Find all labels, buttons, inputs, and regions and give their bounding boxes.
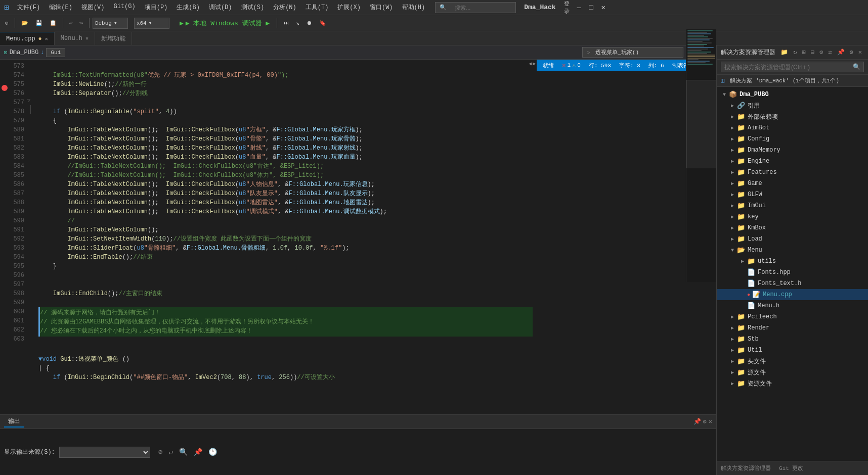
solution-explorer-bottom-label[interactable]: 解决方案资源管理器 [721, 464, 771, 472]
tree-item-game[interactable]: ▶ 📁 Game [717, 178, 868, 189]
tree-item-menu-h[interactable]: 📄 Menu.h [717, 300, 868, 311]
rp-sync-icon[interactable]: ⇄ [826, 48, 834, 57]
tree-item-render[interactable]: ▶ 📁 Render [717, 322, 868, 334]
menu-edit[interactable]: 编辑(E) [45, 2, 76, 13]
tree-item-menu[interactable]: ▼ 📂 Menu [717, 245, 868, 256]
menu-build[interactable]: 生成(B) [172, 2, 204, 13]
debug-config-dropdown[interactable]: Debug ▾ [93, 18, 128, 29]
tab-menu-cpp[interactable]: Menu.cpp ● ✕ [0, 32, 55, 45]
step-into-btn[interactable]: ↘ [293, 19, 302, 27]
menu-file[interactable]: 文件(F) [13, 2, 45, 13]
error-indicator[interactable]: ✕ 1 ⚠ 0 [562, 62, 581, 69]
menu-help[interactable]: 帮助(H) [398, 2, 429, 13]
tree-item-header-files[interactable]: ▶ 📁 头文件 [717, 356, 868, 367]
code-editor[interactable]: ImGui::TextUnformatted(u8"优先 // 玩家 > 0xI… [34, 60, 537, 414]
git-changes-label[interactable]: Git 更改 [779, 464, 803, 472]
login-btn[interactable]: 登录 [562, 3, 572, 13]
step-over-btn[interactable]: ⏭ [280, 19, 292, 27]
new-project-btn[interactable]: ⊕ [2, 19, 12, 27]
menu-project[interactable]: 项目(P) [141, 2, 172, 13]
tree-item-utils[interactable]: ▶ 📁 utils [717, 256, 868, 267]
rp-pin-icon[interactable]: 📌 [835, 48, 847, 57]
features-icon: 📁 [737, 168, 745, 176]
tree-item-engine[interactable]: ▶ 📁 Engine [717, 156, 868, 167]
breadcrumb-project[interactable]: Dma_PUBG [10, 49, 39, 56]
save-all-btn[interactable]: 📋 [47, 19, 60, 27]
tab-menu-h[interactable]: Menu.h ✕ [55, 32, 95, 45]
tree-item-imgui[interactable]: ▶ 📁 ImGui [717, 200, 868, 211]
open-btn[interactable]: 📂 [18, 19, 31, 27]
output-clock-btn[interactable]: 🕐 [206, 448, 219, 456]
output-wrap-btn[interactable]: ↵ [166, 448, 175, 456]
menu-debug[interactable]: 调试(D) [205, 2, 236, 13]
tree-item-aimbot[interactable]: ▶ 📁 AimBot [717, 122, 868, 133]
tab-new-feature[interactable]: 新增功能 [95, 32, 132, 45]
output-close-icon[interactable]: ✕ [709, 418, 712, 425]
tree-label-ext-deps: 外部依赖项 [748, 113, 778, 121]
output-tab[interactable]: 输出 [4, 416, 24, 428]
source-files-icon: 📁 [737, 368, 745, 376]
redo-btn[interactable]: ↪ [76, 19, 86, 27]
menu-analyze[interactable]: 分析(N) [269, 2, 300, 13]
menu-git[interactable]: Git(G) [109, 2, 139, 13]
tree-item-fonts-text-h[interactable]: 📄 Fonts_text.h [717, 278, 868, 289]
output-source-select[interactable] [59, 447, 150, 458]
scroll-left-btn[interactable]: ◀ [529, 61, 532, 67]
solution-search-input[interactable] [724, 64, 853, 71]
rp-files-icon[interactable]: 📁 [778, 48, 790, 57]
tree-item-kmbox[interactable]: ▶ 📁 KmBox [717, 222, 868, 233]
output-pin-icon[interactable]: 📌 [693, 418, 701, 425]
tree-item-fonts-hpp[interactable]: 📄 Fonts.hpp [717, 267, 868, 278]
tree-item-config[interactable]: ▶ 📁 Config [717, 133, 868, 145]
rp-collapse-icon[interactable]: ⊟ [809, 48, 816, 57]
tree-item-resource-files[interactable]: ▶ 📁 资源文件 [717, 378, 868, 389]
close-btn[interactable]: ✕ [598, 3, 609, 13]
platform-dropdown[interactable]: x64 ▾ [134, 18, 169, 29]
menu-tools[interactable]: 工具(T) [301, 2, 333, 13]
breakpoint-btn[interactable]: ⏺ [303, 19, 315, 27]
rp-settings-icon[interactable]: ⚙ [848, 48, 855, 57]
output-pin2-btn[interactable]: 📌 [192, 448, 204, 456]
output-settings-icon[interactable]: ⚙ [703, 418, 707, 425]
tree-item-util[interactable]: ▶ 📁 Util [717, 345, 868, 356]
minimize-btn[interactable]: — [574, 3, 584, 13]
tree-item-ext-deps[interactable]: ▶ 📁 外部依赖项 [717, 111, 868, 122]
function-selector[interactable]: ▷ 透视菜单_玩家() [582, 47, 683, 58]
save-btn[interactable]: 💾 [32, 19, 46, 27]
rp-expand-icon[interactable]: ⊞ [800, 48, 808, 57]
expand-arrow-load: ▶ [729, 236, 736, 242]
key-icon: 📁 [737, 213, 745, 221]
menu-test[interactable]: 测试(S) [237, 2, 269, 13]
tree-item-features[interactable]: ▶ 📁 Features [717, 167, 868, 178]
global-search-input[interactable] [451, 4, 511, 12]
fold-btn-577[interactable]: ▽ [27, 96, 34, 105]
menu-extensions[interactable]: 扩展(X) [333, 2, 365, 13]
tree-item-dmamemory[interactable]: ▶ 📁 DmaMemory [717, 145, 868, 156]
rp-refresh-icon[interactable]: ↻ [791, 48, 799, 57]
run-button[interactable]: ▶ ▶ 本地 Windows 调试器 ▶ [176, 18, 274, 29]
undo-btn[interactable]: ↩ [66, 19, 76, 27]
output-search-btn[interactable]: 🔍 [177, 448, 190, 456]
output-clear-btn[interactable]: ⊘ [156, 448, 164, 456]
maximize-btn[interactable]: □ [586, 3, 596, 13]
tree-item-key[interactable]: ▶ 📁 key [717, 211, 868, 222]
tree-item-dma-pubg[interactable]: ▼ 📦 Dma_PUBG [717, 89, 868, 100]
tree-item-stb[interactable]: ▶ 📁 Stb [717, 334, 868, 345]
scope-selector[interactable]: Gui [46, 48, 65, 57]
tree-item-menu-cpp[interactable]: ● 📝 Menu.cpp [717, 289, 868, 300]
rp-close-icon[interactable]: ✕ [856, 48, 864, 57]
title-bar: ⊞ 文件(F) 编辑(E) 视图(V) Git(G) 项目(P) 生成(B) 调… [0, 0, 868, 15]
tree-item-glfw[interactable]: ▶ 📁 GLFW [717, 189, 868, 200]
menu-view[interactable]: 视图(V) [77, 2, 109, 13]
rp-filter-icon[interactable]: ⚙ [817, 48, 825, 57]
tree-item-pcileech[interactable]: ▶ 📁 Pcileech [717, 311, 868, 322]
scroll-right-btn[interactable]: ▶ [533, 61, 536, 67]
tab-menu-h-close[interactable]: ✕ [85, 35, 89, 41]
tab-menu-cpp-close[interactable]: ✕ [45, 36, 48, 42]
menu-window[interactable]: 窗口(W) [366, 2, 397, 13]
bookmark-btn[interactable]: 🔖 [316, 19, 329, 27]
minimap-viewport[interactable] [686, 80, 716, 168]
tree-item-references[interactable]: ▶ 🔗 引用 [717, 100, 868, 111]
tree-item-load[interactable]: ▶ 📁 Load [717, 233, 868, 245]
tree-item-source-files[interactable]: ▶ 📁 源文件 [717, 367, 868, 378]
